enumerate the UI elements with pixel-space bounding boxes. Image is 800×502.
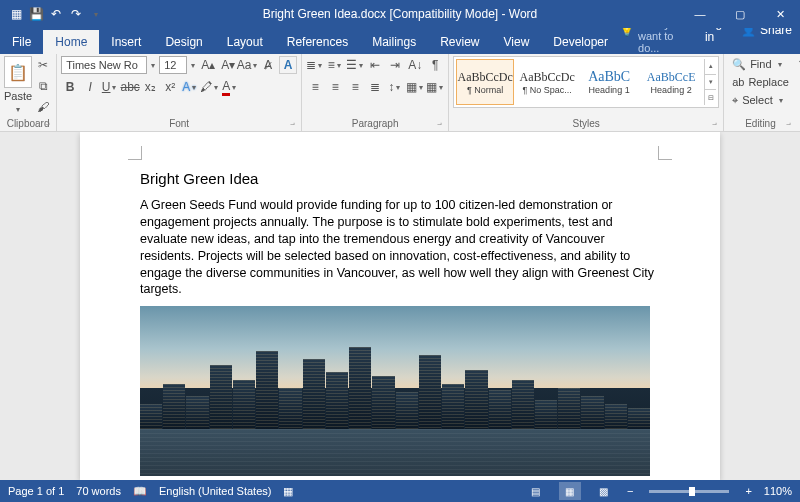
style-heading-2[interactable]: AaBbCcE Heading 2 [642,59,700,105]
gallery-expand-icon[interactable]: ⊟ [705,90,716,105]
text-effects-icon[interactable]: A [279,56,297,74]
paste-icon[interactable]: 📋 [4,56,32,88]
statusbar: Page 1 of 1 70 words 📖 English (United S… [0,480,800,502]
page[interactable]: Bright Green Idea A Green Seeds Fund wou… [80,132,720,480]
qat-customize-icon[interactable]: ▾ [88,6,104,22]
document-title[interactable]: Bright Green Idea [140,170,660,187]
find-button[interactable]: 🔍Find▾ [728,56,787,72]
copy-icon[interactable]: ⧉ [34,77,52,95]
group-font: Times New Ro▾ 12▾ A▴ A▾ Aa▾ A̷ A B I U▾ … [57,54,302,131]
underline-button[interactable]: U▾ [101,78,119,96]
find-icon: 🔍 [732,58,746,71]
justify-button[interactable]: ≣ [366,78,384,96]
gallery-up-icon[interactable]: ▴ [705,59,716,75]
change-case-icon[interactable]: Aa▾ [239,56,257,74]
highlight-button[interactable]: 🖍▾ [201,78,219,96]
group-label-clipboard: Clipboard [4,118,52,131]
word-count[interactable]: 70 words [76,485,121,497]
shrink-font-icon[interactable]: A▾ [219,56,237,74]
subscript-button[interactable]: x₂ [141,78,159,96]
grow-font-icon[interactable]: A▴ [199,56,217,74]
italic-button[interactable]: I [81,78,99,96]
redo-icon[interactable]: ↷ [68,6,84,22]
format-painter-icon[interactable]: 🖌 [34,98,52,116]
group-label-editing: Editing [728,118,793,131]
multilevel-button[interactable]: ☰▾ [346,56,364,74]
margin-mark [658,146,672,160]
tab-layout[interactable]: Layout [215,30,275,54]
document-area[interactable]: Bright Green Idea A Green Seeds Fund wou… [0,132,800,480]
zoom-slider[interactable] [649,490,729,493]
zoom-level[interactable]: 110% [764,485,792,497]
sort-button[interactable]: A↓ [406,56,424,74]
font-size-select[interactable]: 12 [159,56,187,74]
bold-button[interactable]: B [61,78,79,96]
document-body[interactable]: A Green Seeds Fund would provide funding… [140,197,660,298]
style-no-spacing[interactable]: AaBbCcDc ¶ No Spac... [518,59,576,105]
tab-review[interactable]: Review [428,30,491,54]
web-layout-button[interactable]: ▩ [593,482,615,500]
font-name-dropdown-icon[interactable]: ▾ [149,61,157,70]
show-marks-button[interactable]: ¶ [426,56,444,74]
language-indicator[interactable]: English (United States) [159,485,272,497]
tab-insert[interactable]: Insert [99,30,153,54]
skyline-graphic [140,347,650,429]
font-name-select[interactable]: Times New Ro [61,56,147,74]
align-center-button[interactable]: ≡ [326,78,344,96]
maximize-button[interactable]: ▢ [720,0,760,28]
spellcheck-icon[interactable]: 📖 [133,485,147,498]
group-label-font: Font [61,118,297,131]
replace-button[interactable]: abReplace [728,74,793,90]
align-right-button[interactable]: ≡ [346,78,364,96]
ribbon-tabs: File Home Insert Design Layout Reference… [0,28,800,54]
styles-gallery[interactable]: AaBbCcDc ¶ Normal AaBbCcDc ¶ No Spac... … [453,56,719,108]
print-layout-button[interactable]: ▦ [559,482,581,500]
style-heading-1[interactable]: AaBbC Heading 1 [580,59,638,105]
borders-button[interactable]: ▦▾ [426,78,444,96]
document-image[interactable] [140,306,650,476]
page-indicator[interactable]: Page 1 of 1 [8,485,64,497]
bullets-button[interactable]: ≣▾ [306,56,324,74]
increase-indent-button[interactable]: ⇥ [386,56,404,74]
save-icon[interactable]: 💾 [28,6,44,22]
app-icon: ▦ [8,6,24,22]
text-effects-button[interactable]: A▾ [181,78,199,96]
tab-references[interactable]: References [275,30,360,54]
titlebar: ▦ 💾 ↶ ↷ ▾ Bright Green Idea.docx [Compat… [0,0,800,28]
zoom-in-button[interactable]: + [745,485,751,497]
tab-developer[interactable]: Developer [541,30,620,54]
gallery-down-icon[interactable]: ▾ [705,75,716,91]
select-button[interactable]: ⌖Select▾ [728,92,789,108]
paste-button[interactable]: Paste ▾ [4,90,32,114]
group-styles: AaBbCcDc ¶ Normal AaBbCcDc ¶ No Spac... … [449,54,724,131]
numbering-button[interactable]: ≡▾ [326,56,344,74]
zoom-out-button[interactable]: − [627,485,633,497]
water-graphic [140,429,650,477]
tab-view[interactable]: View [492,30,542,54]
undo-icon[interactable]: ↶ [48,6,64,22]
font-size-dropdown-icon[interactable]: ▾ [189,61,197,70]
tab-home[interactable]: Home [43,30,99,54]
superscript-button[interactable]: x² [161,78,179,96]
group-editing: 🔍Find▾ abReplace ⌖Select▾ Editing [724,54,797,131]
style-normal[interactable]: AaBbCcDc ¶ Normal [456,59,514,105]
shading-button[interactable]: ▦▾ [406,78,424,96]
group-label-styles: Styles [453,118,719,131]
tab-design[interactable]: Design [153,30,214,54]
styles-gallery-scroll[interactable]: ▴ ▾ ⊟ [704,59,716,105]
strikethrough-button[interactable]: abc [121,78,139,96]
tab-mailings[interactable]: Mailings [360,30,428,54]
font-color-button[interactable]: A▾ [221,78,239,96]
tab-file[interactable]: File [0,30,43,54]
replace-icon: ab [732,76,744,88]
decrease-indent-button[interactable]: ⇤ [366,56,384,74]
read-mode-button[interactable]: ▤ [525,482,547,500]
line-spacing-button[interactable]: ↕▾ [386,78,404,96]
minimize-button[interactable]: ― [680,0,720,28]
cut-icon[interactable]: ✂ [34,56,52,74]
macro-icon[interactable]: ▦ [283,485,293,498]
clear-formatting-icon[interactable]: A̷ [259,56,277,74]
align-left-button[interactable]: ≡ [306,78,324,96]
margin-mark [128,146,142,160]
close-button[interactable]: ✕ [760,0,800,28]
